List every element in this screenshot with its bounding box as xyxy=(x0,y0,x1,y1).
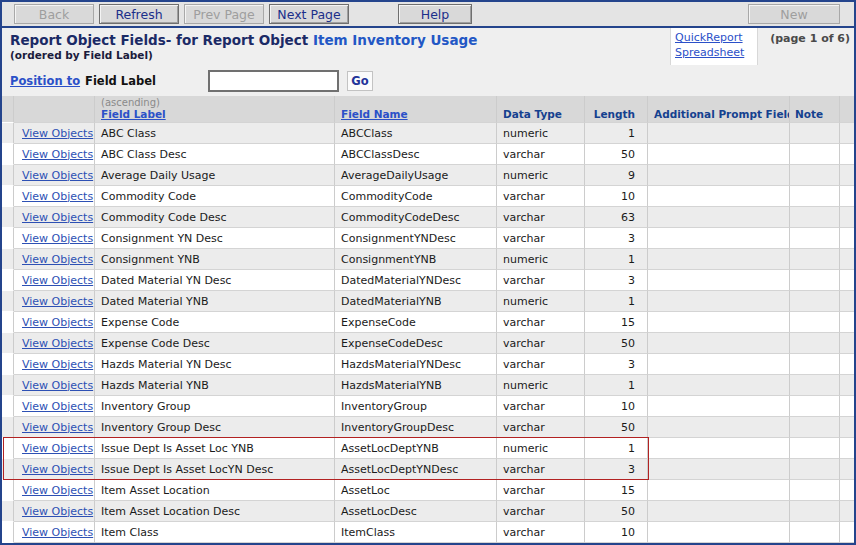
row-end-cell xyxy=(840,480,854,501)
data-type-cell: numeric xyxy=(497,438,585,459)
length-cell: 9 xyxy=(585,165,648,186)
data-type-cell: varchar xyxy=(497,270,585,291)
length-cell: 10 xyxy=(585,186,648,207)
help-button[interactable]: Help xyxy=(398,4,472,24)
new-button[interactable]: New xyxy=(748,4,840,24)
additional-prompt-fields-cell xyxy=(648,354,790,375)
additional-prompt-fields-cell xyxy=(648,480,790,501)
field-name-cell: CommodityCode xyxy=(335,186,497,207)
field-name-cell: HazdsMaterialYNDesc xyxy=(335,354,497,375)
field-label-cell: Issue Dept Is Asset Loc YNB xyxy=(95,438,335,459)
row-end-cell xyxy=(840,270,854,291)
additional-prompt-fields-cell xyxy=(648,291,790,312)
view-objects-link[interactable]: View Objects xyxy=(22,400,93,413)
view-objects-link[interactable]: View Objects xyxy=(22,505,93,518)
data-type-cell: varchar xyxy=(497,207,585,228)
length-cell: 10 xyxy=(585,396,648,417)
length-cell: 50 xyxy=(585,333,648,354)
length-cell: 50 xyxy=(585,417,648,438)
view-objects-cell: View Objects xyxy=(14,165,95,186)
view-objects-link[interactable]: View Objects xyxy=(22,421,93,434)
refresh-button[interactable]: Refresh xyxy=(99,4,179,24)
back-button[interactable]: Back xyxy=(14,4,94,24)
field-label-cell: Consignment YN Desc xyxy=(95,228,335,249)
row-selector-cell xyxy=(2,165,14,186)
data-type-cell: numeric xyxy=(497,375,585,396)
row-selector-cell xyxy=(2,438,14,459)
length-cell: 15 xyxy=(585,480,648,501)
additional-prompt-fields-cell xyxy=(648,312,790,333)
view-objects-link[interactable]: View Objects xyxy=(22,190,93,203)
length-cell: 50 xyxy=(585,501,648,522)
view-objects-link[interactable]: View Objects xyxy=(22,274,93,287)
note-cell xyxy=(790,438,840,459)
field-label-cell: Dated Material YNB xyxy=(95,291,335,312)
next-page-button[interactable]: Next Page xyxy=(269,4,349,24)
view-objects-cell: View Objects xyxy=(14,291,95,312)
view-objects-cell: View Objects xyxy=(14,228,95,249)
table-row: View ObjectsCommodity Code DescCommodity… xyxy=(2,207,854,228)
spreadsheet-link[interactable]: Spreadsheet xyxy=(675,46,757,59)
data-type-cell: varchar xyxy=(497,501,585,522)
position-input[interactable] xyxy=(208,70,339,92)
header-actions-column xyxy=(14,96,95,123)
view-objects-link[interactable]: View Objects xyxy=(22,316,93,329)
view-objects-link[interactable]: View Objects xyxy=(22,379,93,392)
note-cell xyxy=(790,417,840,438)
field-label-sort-link[interactable]: Field Label xyxy=(101,108,166,120)
view-objects-cell: View Objects xyxy=(14,144,95,165)
additional-prompt-fields-cell xyxy=(648,375,790,396)
row-end-cell xyxy=(840,354,854,375)
data-type-cell: varchar xyxy=(497,333,585,354)
row-selector-cell xyxy=(2,417,14,438)
field-name-cell: ExpenseCodeDesc xyxy=(335,333,497,354)
view-objects-link[interactable]: View Objects xyxy=(22,253,93,266)
view-objects-link[interactable]: View Objects xyxy=(22,526,93,539)
position-to-link[interactable]: Position to xyxy=(10,74,80,88)
view-objects-link[interactable]: View Objects xyxy=(22,442,93,455)
table-row: View ObjectsIssue Dept Is Asset Loc YNBA… xyxy=(2,438,854,459)
field-label-cell: Issue Dept Is Asset LocYN Desc xyxy=(95,459,335,480)
view-objects-link[interactable]: View Objects xyxy=(22,211,93,224)
table-row: View ObjectsInventory Group DescInventor… xyxy=(2,417,854,438)
view-objects-link[interactable]: View Objects xyxy=(22,148,93,161)
data-type-cell: varchar xyxy=(497,396,585,417)
note-cell xyxy=(790,480,840,501)
field-label-cell: Item Asset Location Desc xyxy=(95,501,335,522)
row-end-cell xyxy=(840,396,854,417)
view-objects-link[interactable]: View Objects xyxy=(22,337,93,350)
additional-prompt-fields-cell xyxy=(648,144,790,165)
field-name-sort-link[interactable]: Field Name xyxy=(341,108,408,120)
row-selector-cell xyxy=(2,354,14,375)
data-type-cell: varchar xyxy=(497,480,585,501)
row-end-cell xyxy=(840,165,854,186)
view-objects-link[interactable]: View Objects xyxy=(22,169,93,182)
header-note: Note xyxy=(790,96,840,123)
quickreport-link[interactable]: QuickReport xyxy=(675,31,757,44)
note-cell xyxy=(790,123,840,144)
table-row: View ObjectsABC ClassABCClassnumeric1 xyxy=(2,123,854,144)
field-name-cell: AssetLoc xyxy=(335,480,497,501)
field-label-cell: Commodity Code Desc xyxy=(95,207,335,228)
view-objects-link[interactable]: View Objects xyxy=(22,463,93,476)
view-objects-link[interactable]: View Objects xyxy=(22,358,93,371)
field-name-cell: ABCClass xyxy=(335,123,497,144)
data-type-cell: varchar xyxy=(497,144,585,165)
note-cell xyxy=(790,228,840,249)
view-objects-link[interactable]: View Objects xyxy=(22,295,93,308)
view-objects-link[interactable]: View Objects xyxy=(22,127,93,140)
data-type-cell: varchar xyxy=(497,228,585,249)
field-name-cell: DatedMaterialYNDesc xyxy=(335,270,497,291)
view-objects-link[interactable]: View Objects xyxy=(22,232,93,245)
view-objects-link[interactable]: View Objects xyxy=(22,484,93,497)
length-cell: 1 xyxy=(585,249,648,270)
view-objects-cell: View Objects xyxy=(14,396,95,417)
prev-page-button[interactable]: Prev Page xyxy=(184,4,264,24)
field-name-cell: InventoryGroup xyxy=(335,396,497,417)
row-end-cell xyxy=(840,186,854,207)
row-end-cell xyxy=(840,333,854,354)
view-objects-cell: View Objects xyxy=(14,270,95,291)
go-button[interactable]: Go xyxy=(347,71,373,91)
field-name-cell: ABCClassDesc xyxy=(335,144,497,165)
view-objects-cell: View Objects xyxy=(14,417,95,438)
